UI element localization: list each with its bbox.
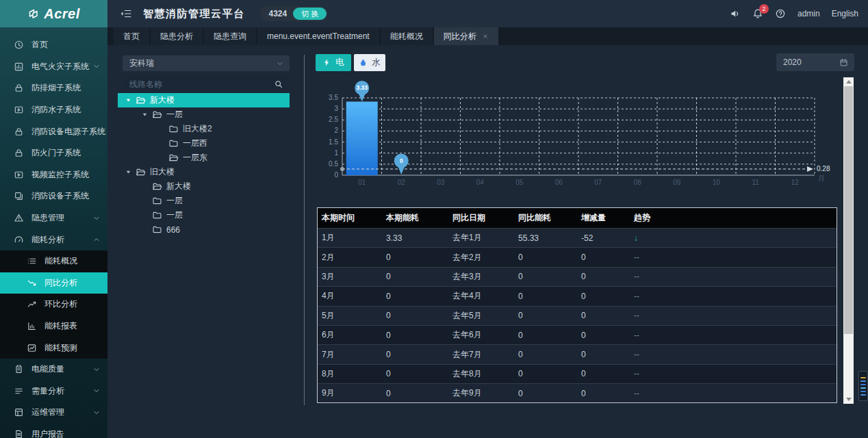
search-icon[interactable] (274, 79, 283, 89)
warning-icon (14, 213, 24, 223)
tree-node-一层西[interactable]: 一层西 (118, 136, 290, 151)
folder-open-icon (168, 153, 179, 163)
tree-node-一层[interactable]: 一层 (118, 107, 290, 122)
lock-icon (14, 83, 24, 93)
scroll-up-arrow-icon[interactable] (843, 77, 854, 86)
sidebar-item-防火门子系统[interactable]: 防火门子系统 (0, 142, 107, 164)
table-row[interactable]: 3月0去年3月00-- (318, 267, 837, 286)
table-row[interactable]: 8月0去年8月00-- (318, 364, 837, 383)
language-switch[interactable]: English (832, 9, 858, 18)
scroll-down-arrow-icon[interactable] (843, 395, 854, 404)
year-picker[interactable]: 2020 (776, 53, 854, 71)
svg-text:03: 03 (437, 179, 445, 186)
tab-隐患查询[interactable]: 隐患查询 (204, 27, 256, 45)
table-cell: -- (630, 272, 837, 281)
table-cell: 0 (577, 350, 630, 359)
table-header-cell: 增减量 (577, 212, 630, 224)
gauge-icon (14, 235, 24, 245)
tree-node-label: 旧大楼 (150, 166, 175, 178)
svg-text:05: 05 (515, 179, 524, 186)
sidebar-item-label: 能耗分析 (31, 234, 64, 246)
svg-text:0.28: 0.28 (817, 165, 830, 172)
table-cell: 0 (514, 253, 577, 262)
tree-node-666[interactable]: 666 (118, 222, 290, 237)
sidebar-item-电气火灾子系统[interactable]: 电气火灾子系统 (0, 56, 107, 78)
station-count: 4324 (269, 9, 288, 18)
tree-node-新大楼[interactable]: 新大楼 (118, 93, 290, 107)
user-menu[interactable]: admin (797, 9, 820, 18)
tab-首页[interactable]: 首页 (114, 27, 149, 45)
chevron-up-icon (92, 235, 101, 244)
sidebar-item-视频监控子系统[interactable]: 视频监控子系统 (0, 164, 107, 186)
sidebar-item-能耗分析[interactable]: 能耗分析 (0, 229, 107, 250)
scrollbar-thumb[interactable] (844, 86, 853, 334)
folder-closed-icon (168, 124, 179, 134)
tree-node-一层[interactable]: 一层 (118, 194, 290, 208)
sidebar-subitem-能耗预测[interactable]: 能耗预测 (0, 337, 107, 359)
table-cell: 4月 (318, 290, 382, 302)
tree-node-旧大楼2[interactable]: 旧大楼2 (118, 122, 290, 136)
chevron-down-icon (276, 60, 284, 68)
electric-tab-button[interactable]: 电 (316, 54, 351, 71)
speaker-icon[interactable] (730, 8, 741, 19)
sidebar-item-电能质量[interactable]: 电能质量 (0, 359, 107, 381)
sidebar-item-用户报告[interactable]: 用户报告 (0, 424, 107, 438)
folder-closed-icon (152, 224, 162, 235)
table-row[interactable]: 1月3.33去年1月55.33-52↓ (318, 228, 837, 247)
table-cell: -- (630, 311, 837, 320)
bell-icon[interactable]: 2 (752, 8, 763, 19)
vertical-scrollbar[interactable] (843, 77, 854, 404)
sidebar-subitem-环比分析[interactable]: 环比分析 (0, 294, 107, 315)
top-bar: 智慧消防管理云平台 4324 切 换 2 admin English (107, 0, 868, 27)
tab-隐患分析[interactable]: 隐患分析 (151, 27, 203, 45)
chevron-down-icon (92, 214, 101, 222)
tree-node-旧大楼[interactable]: 旧大楼 (118, 165, 290, 179)
caret-down-icon[interactable] (141, 111, 149, 118)
table-row[interactable]: 4月0去年4月00-- (318, 286, 837, 305)
tab-label: menu.event.eventTreatment (267, 31, 370, 41)
tab-能耗概况[interactable]: 能耗概况 (381, 27, 433, 45)
caret-down-icon[interactable] (125, 96, 132, 104)
table-row[interactable]: 9月0去年9月00-- (318, 383, 837, 402)
sidebar-subitem-能耗报表[interactable]: 能耗报表 (0, 315, 107, 337)
folder-closed-icon (152, 210, 162, 220)
close-icon[interactable] (482, 33, 489, 40)
table-cell: 1月 (318, 232, 382, 244)
svg-text:1: 1 (334, 149, 338, 157)
sidebar-item-运维管理[interactable]: 运维管理 (0, 402, 107, 424)
table-row[interactable]: 2月0去年2月00-- (318, 247, 837, 266)
table-cell: 8月 (318, 368, 382, 380)
sidebar-subitem-能耗概况[interactable]: 能耗概况 (0, 250, 107, 272)
table-row[interactable]: 6月0去年6月00-- (318, 325, 837, 344)
table-row[interactable]: 7月0去年7月00-- (318, 344, 837, 363)
station-select[interactable]: 安科瑞 (123, 55, 290, 71)
tab-label: 首页 (123, 31, 140, 42)
tab-同比分析[interactable]: 同比分析 (434, 27, 498, 45)
sidebar-item-label: 首页 (31, 39, 48, 51)
sidebar-item-防排烟子系统[interactable]: 防排烟子系统 (0, 77, 107, 99)
tab-menu.event.eventTreatment[interactable]: menu.event.eventTreatment (257, 27, 379, 45)
sidebar-item-消防设备电源子系统[interactable]: 消防设备电源子系统 (0, 120, 107, 142)
comparison-chart-container: 00.511.522.533.5010203040506070809101112… (316, 73, 839, 206)
switch-button[interactable]: 切 换 (293, 8, 327, 20)
sidebar-item-首页[interactable]: 首页 (0, 34, 107, 56)
sidebar-subitem-同比分析[interactable]: 同比分析 (0, 272, 107, 294)
menu-fold-icon[interactable] (120, 8, 132, 19)
report-chart-icon (27, 321, 37, 331)
sidebar-item-隐患管理[interactable]: 隐患管理 (0, 207, 107, 229)
sidebar-item-需量分析[interactable]: 需量分析 (0, 381, 107, 402)
folder-closed-icon (168, 138, 179, 149)
help-icon[interactable] (775, 8, 786, 19)
sidebar-item-消防设备子系统[interactable]: 消防设备子系统 (0, 185, 107, 207)
tree-node-一层[interactable]: 一层 (118, 208, 290, 222)
tree-node-一层东[interactable]: 一层东 (118, 151, 290, 165)
table-cell: 0 (514, 389, 577, 398)
table-cell: -- (630, 292, 837, 301)
table-row[interactable]: 5月0去年5月00-- (318, 306, 837, 325)
tree-node-新大楼[interactable]: 新大楼 (118, 179, 290, 194)
caret-down-icon[interactable] (125, 168, 132, 176)
sidebar-item-消防水子系统[interactable]: 消防水子系统 (0, 99, 107, 121)
svg-text:08: 08 (634, 179, 642, 186)
water-tab-button[interactable]: 水 (354, 54, 385, 71)
line-search-input[interactable] (123, 79, 274, 89)
